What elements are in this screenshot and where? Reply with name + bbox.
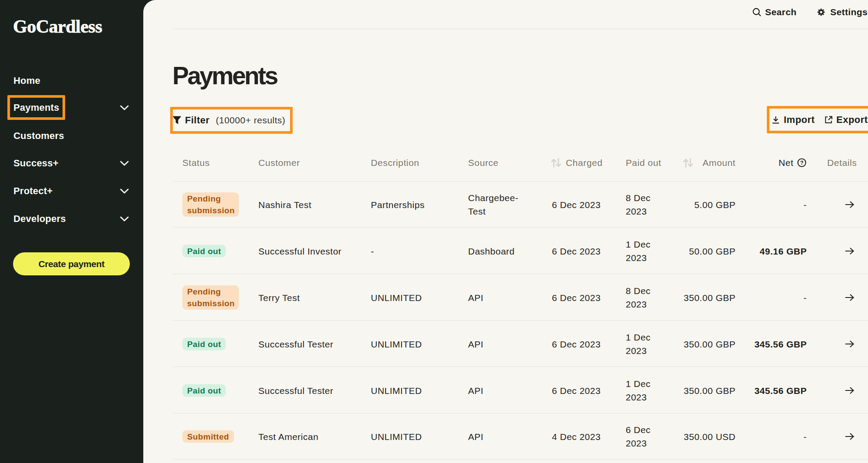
svg-text:?: ? [800,159,803,166]
